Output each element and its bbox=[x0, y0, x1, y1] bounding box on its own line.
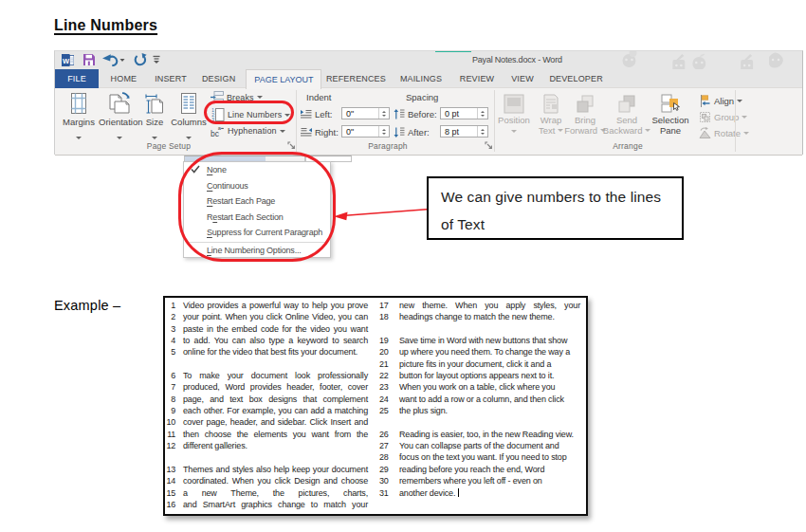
spacing-before-input[interactable]: 0 pt bbox=[440, 107, 488, 119]
word-app-icon: W bbox=[62, 53, 74, 66]
line-number: 9 bbox=[163, 406, 175, 415]
line-number: 13 bbox=[163, 465, 175, 474]
watermark-icons bbox=[55, 51, 802, 69]
spacing-before-row: Before: bbox=[394, 107, 437, 120]
paragraph-gap bbox=[163, 452, 368, 464]
line-number: 2 bbox=[163, 312, 175, 321]
hyphenation-icon: bc a bbox=[211, 124, 225, 138]
spacing-after-icon bbox=[394, 127, 405, 138]
word-window: W bbox=[54, 50, 803, 155]
ribbon-tab[interactable]: DESIGN bbox=[202, 69, 235, 88]
example-line: 31 another device. bbox=[379, 488, 580, 500]
align-button[interactable]: Align bbox=[699, 94, 742, 107]
line-text: then choose the elements you want from t… bbox=[183, 430, 368, 439]
example-line: 23 When you work on a table, click where… bbox=[379, 382, 580, 394]
ribbon-tab[interactable]: REVIEW bbox=[460, 69, 494, 88]
example-line: 8 page, and text box designs that comple… bbox=[163, 394, 368, 406]
indent-left-icon bbox=[301, 109, 312, 119]
margins-icon bbox=[67, 92, 90, 117]
example-line: 5 online for the video that best fits yo… bbox=[163, 347, 368, 358]
save-icon[interactable] bbox=[83, 53, 95, 66]
line-text: Themes and styles also help keep your do… bbox=[183, 465, 368, 474]
customize-qat-icon[interactable] bbox=[153, 53, 160, 66]
line-text: different galleries. bbox=[183, 441, 247, 450]
line-number: 30 bbox=[379, 476, 389, 486]
line-text: To make your document look professionall… bbox=[183, 371, 368, 380]
dropdown-caret-icon bbox=[186, 137, 192, 139]
indent-left-spinner[interactable] bbox=[378, 108, 389, 119]
example-line: 1 Video provides a powerful way to help … bbox=[163, 301, 368, 312]
indent-left-input[interactable]: 0" bbox=[341, 107, 390, 119]
undo-icon[interactable] bbox=[101, 53, 119, 66]
window-title: Payal Notes.docx - Word bbox=[472, 55, 562, 64]
dropdown-caret-icon bbox=[742, 116, 747, 119]
line-text: up where you need them. To change the wa… bbox=[399, 347, 570, 357]
spacing-before-spinner[interactable] bbox=[477, 108, 487, 119]
line-text: online for the video that best fits your… bbox=[183, 347, 357, 357]
teal-accent-line bbox=[435, 51, 471, 52]
line-number: 22 bbox=[379, 371, 389, 380]
line-number: 15 bbox=[163, 488, 175, 498]
ribbon-tab[interactable]: VIEW bbox=[511, 69, 534, 88]
svg-text:W: W bbox=[63, 56, 70, 64]
line-text: picture fits in your document, click it … bbox=[399, 359, 551, 369]
group-button[interactable]: Group bbox=[699, 110, 747, 123]
indent-right-spinner[interactable] bbox=[378, 126, 389, 137]
repeat-icon[interactable] bbox=[134, 53, 147, 66]
align-icon bbox=[699, 95, 711, 107]
line-number: 5 bbox=[163, 347, 175, 357]
line-number: 24 bbox=[379, 394, 389, 404]
ribbon-tab[interactable]: INSERT bbox=[155, 69, 187, 88]
line-text: a new Theme, the pictures, charts, bbox=[183, 488, 368, 498]
ribbon: Margins Orientation Size bbox=[55, 88, 802, 156]
ribbon-tab[interactable]: FILE bbox=[55, 69, 99, 88]
page-title: Line Numbers bbox=[54, 17, 157, 34]
line-number: 1 bbox=[163, 301, 175, 310]
indent-right-input[interactable]: 0" bbox=[341, 125, 390, 138]
juicebox-watermark-icon bbox=[672, 60, 685, 69]
text-cursor bbox=[458, 488, 459, 497]
line-text: You can collapse parts of the document a… bbox=[399, 441, 559, 450]
paragraph-dialog-launcher[interactable] bbox=[485, 141, 493, 150]
dropdown-caret-icon bbox=[76, 137, 82, 139]
line-number: 4 bbox=[163, 336, 175, 345]
indent-header: Indent bbox=[306, 92, 331, 102]
line-text: coordinated. When you click Design and c… bbox=[183, 476, 368, 486]
line-number: 27 bbox=[379, 441, 389, 450]
example-box: 1 Video provides a powerful way to help … bbox=[163, 296, 588, 516]
ribbon-tab[interactable]: REFERENCES bbox=[326, 69, 386, 88]
spacing-after-input[interactable]: 8 pt bbox=[440, 125, 488, 138]
line-number: 17 bbox=[379, 301, 389, 310]
line-text: another device. bbox=[399, 488, 455, 498]
ribbon-tab[interactable]: MAILINGS bbox=[400, 69, 442, 88]
paragraph-gap bbox=[379, 324, 580, 336]
example-left-column: 1 Video provides a powerful way to help … bbox=[163, 301, 368, 511]
hyphenation-button[interactable]: bc a Hyphenation bbox=[211, 123, 285, 138]
line-number: 12 bbox=[163, 441, 175, 450]
ribbon-tab[interactable]: DEVELOPER bbox=[549, 69, 602, 88]
indent-left-row: Left: bbox=[301, 107, 333, 120]
line-number: 20 bbox=[379, 347, 389, 357]
indent-right-row: Right: bbox=[301, 125, 339, 138]
rotate-button[interactable]: Rotate bbox=[699, 126, 749, 139]
line-number: 19 bbox=[379, 336, 389, 345]
dropdown-caret-icon bbox=[280, 130, 285, 133]
spacing-after-spinner[interactable] bbox=[477, 126, 487, 137]
ribbon-tab[interactable]: PAGE LAYOUT bbox=[246, 69, 321, 89]
red-oval-menu bbox=[178, 152, 336, 262]
paragraph-group-label: Paragraph bbox=[350, 141, 426, 151]
ribbon-tab[interactable]: HOME bbox=[111, 69, 137, 88]
example-line: 9 each other. For example, you can add a… bbox=[163, 406, 368, 417]
line-text: paste in the embed code for the video yo… bbox=[183, 324, 368, 334]
page-setup-dialog-launcher[interactable] bbox=[287, 141, 296, 150]
position-button[interactable]: Position bbox=[494, 90, 534, 151]
line-text: button for layout options appears next t… bbox=[399, 371, 554, 380]
example-label: Example – bbox=[54, 298, 120, 313]
margins-button[interactable]: Margins bbox=[59, 90, 99, 153]
example-line: 2 your point. When you click Online Vide… bbox=[163, 312, 368, 323]
line-number: 16 bbox=[163, 500, 175, 509]
undo-dropdown-icon[interactable] bbox=[119, 53, 125, 66]
example-line: 19 Save time in Word with new buttons th… bbox=[379, 336, 580, 347]
line-text: Save time in Word with new buttons that … bbox=[399, 336, 567, 345]
fruit-watermark-icon bbox=[692, 57, 705, 69]
